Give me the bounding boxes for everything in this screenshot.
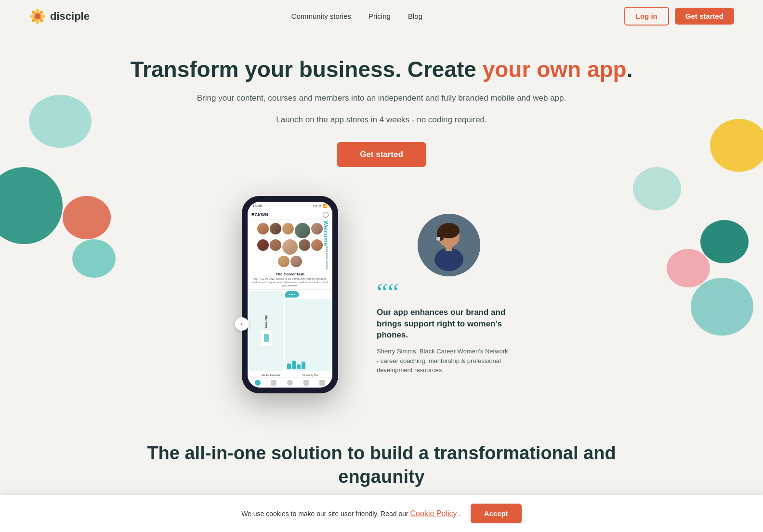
- mini-screen-inner: [264, 334, 269, 342]
- bar-3: [297, 364, 301, 369]
- avatar-8: [282, 239, 298, 255]
- avatar-svg: [418, 214, 480, 276]
- svg-point-13: [434, 248, 463, 271]
- phone-nav-bar: [248, 377, 332, 388]
- hero-subtext-line2: Launch on the app stores in 4 weeks - no…: [10, 113, 753, 126]
- logo[interactable]: disciple: [29, 8, 90, 25]
- nav-icon-notify: [303, 380, 309, 386]
- career-hub-section: The Career Hub Your 'ALL-IN-ONE' access …: [248, 270, 332, 290]
- phone-signal: ▪▪▪ ≋ 📶: [313, 204, 328, 208]
- start-here-card: Start Here: [249, 291, 284, 371]
- career-hub-desc: Your 'ALL-IN-ONE' access to our communit…: [250, 277, 329, 287]
- svg-point-1: [36, 9, 39, 13]
- nav-pricing[interactable]: Pricing: [368, 12, 391, 20]
- avatar-11: [278, 256, 289, 267]
- cookie-banner: We use cookies to make our site user fri…: [0, 495, 763, 498]
- logo-icon: [29, 8, 46, 25]
- hero-heading: Transform your business. Create your own…: [10, 56, 753, 83]
- svg-point-7: [30, 14, 35, 18]
- avatar-1: [257, 223, 269, 234]
- nav-community-stories[interactable]: Community stories: [291, 12, 351, 20]
- hero-subtext-line1: Bring your content, courses and members …: [10, 91, 753, 104]
- welcome-subtitle: Black Career Women: [323, 247, 329, 269]
- chat-dot-1: [289, 294, 290, 295]
- bar-2: [292, 361, 296, 369]
- testimonial-text: Our app enhances our brand and brings su…: [377, 307, 521, 341]
- bottom-heading-line2: enga: [338, 467, 381, 487]
- phone-bottom-cards: Start Here: [248, 290, 332, 373]
- nav-actions: Log in Get started: [624, 7, 734, 26]
- avatar-2: [270, 223, 281, 234]
- svg-point-3: [40, 14, 45, 18]
- hero-heading-part1: Transform your business. Create: [131, 57, 483, 82]
- progress-bars: [287, 360, 329, 369]
- testimonial-section: ““ Our app enhances our brand and brings…: [377, 214, 521, 375]
- hero-heading-accent: your own app: [483, 57, 627, 82]
- hero-container: Transform your business. Create your own…: [0, 32, 763, 413]
- login-button[interactable]: Log in: [624, 7, 669, 26]
- nav-icon-menu: [319, 380, 325, 386]
- nav-links: Community stories Pricing Blog: [291, 12, 422, 20]
- testimonial-avatar: [418, 214, 480, 276]
- svg-point-15: [436, 237, 440, 241]
- progress-area: [285, 299, 331, 371]
- phone-search-icon: [323, 212, 329, 218]
- phone-avatar-section: Welcome Black Career Women: [248, 220, 332, 270]
- phone-app-logo: BCKWN: [251, 212, 268, 217]
- bottom-heading-end: unity: [381, 467, 425, 487]
- nav-icon-home: [255, 380, 261, 386]
- quote-marks: ““: [377, 284, 521, 301]
- bottom-heading: The all-in-one solution to build a trans…: [19, 441, 744, 489]
- avatar-7: [270, 239, 281, 251]
- phone-app-header: BCKWN: [248, 210, 332, 220]
- welcome-text: Welcome: [323, 221, 329, 246]
- avatar-grid: [250, 222, 329, 268]
- nav-icon-profile: [287, 380, 293, 386]
- avatar-10: [311, 239, 323, 251]
- bottom-heading-line1: The all-in-one solution to build a trans…: [147, 443, 616, 463]
- bar-4: [302, 362, 305, 369]
- chat-dot-3: [294, 294, 295, 295]
- hero-heading-end: .: [627, 57, 633, 82]
- svg-rect-14: [446, 246, 452, 251]
- testimonial-author-desc: - career coaching, mentorship & professi…: [377, 356, 521, 375]
- avatar-9: [299, 239, 310, 251]
- testimonial-author-name: Sherry Simms, Black Career Women’s Netwo…: [377, 347, 521, 356]
- hero-section: Transform your business. Create your own…: [0, 32, 763, 177]
- phone-time: 16:00: [252, 204, 262, 208]
- avatar-5: [311, 223, 323, 234]
- logo-text: disciple: [50, 10, 90, 23]
- navigation: disciple Community stories Pricing Blog …: [0, 0, 763, 32]
- start-here-label: Start Here: [265, 315, 268, 328]
- community-chat-label: Community Chat: [302, 374, 318, 376]
- content-section: 16:00 ▪▪▪ ≋ 📶 BCKWN: [0, 177, 763, 413]
- phone-mini-screen: [261, 329, 272, 347]
- chat-column: [285, 291, 331, 371]
- phone-bottom-labels: Member Essentials Community Chat: [248, 373, 332, 377]
- phone-outer: 16:00 ▪▪▪ ≋ 📶 BCKWN: [242, 196, 338, 393]
- bar-1: [287, 363, 291, 369]
- avatar-12: [290, 256, 302, 267]
- phone-screen: 16:00 ▪▪▪ ≋ 📶 BCKWN: [248, 202, 332, 388]
- nav-icon-chat: [271, 380, 276, 386]
- chat-dot-2: [291, 294, 293, 295]
- nav-blog[interactable]: Blog: [408, 12, 422, 20]
- welcome-overlay: Welcome Black Career Women: [323, 220, 329, 270]
- avatar-4: [295, 223, 310, 238]
- get-started-nav-button[interactable]: Get started: [675, 8, 734, 25]
- avatar-6: [257, 239, 269, 251]
- bottom-section: The all-in-one solution to build a trans…: [0, 413, 763, 499]
- member-essentials-label: Member Essentials: [262, 374, 280, 376]
- svg-point-5: [36, 19, 39, 24]
- phone-mockup: 16:00 ▪▪▪ ≋ 📶 BCKWN: [242, 196, 348, 393]
- get-started-hero-button[interactable]: Get started: [337, 142, 426, 167]
- career-hub-title: The Career Hub: [250, 272, 329, 276]
- phone-status-bar: 16:00 ▪▪▪ ≋ 📶: [248, 202, 332, 210]
- prev-button[interactable]: ‹: [235, 317, 249, 331]
- chat-bubble: [285, 291, 299, 298]
- avatar-3: [282, 223, 294, 234]
